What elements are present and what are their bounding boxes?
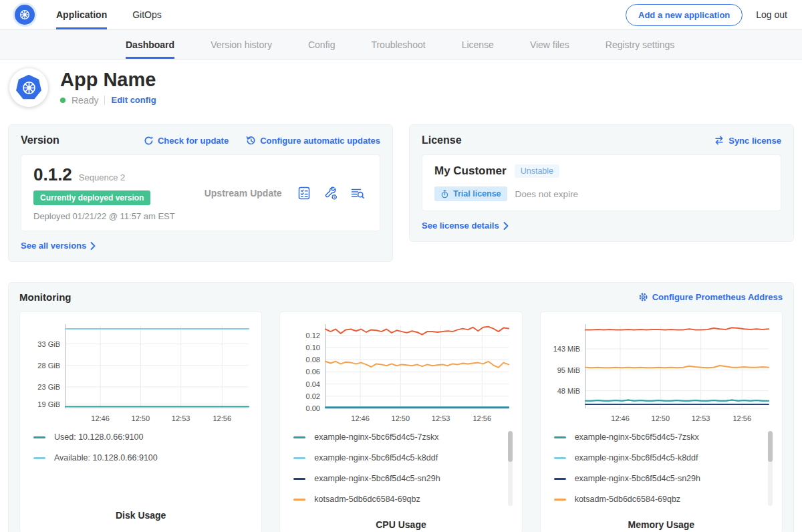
monitoring-card: Monitoring Configure Prometheus Address … (8, 282, 794, 532)
configure-automatic-updates-link[interactable]: Configure automatic updates (246, 136, 380, 146)
sync-arrows-icon (714, 136, 724, 145)
subnav-tab-config[interactable]: Config (308, 30, 335, 59)
legend-swatch (293, 457, 305, 459)
monitoring-title: Monitoring (19, 291, 71, 303)
subnav-tab-troubleshoot[interactable]: Troubleshoot (371, 30, 425, 59)
legend-item: kotsadm-5db6dc6584-69qbz (554, 495, 763, 504)
kubernetes-heptagon-icon (15, 74, 43, 102)
current-version-box: 0.1.2 Sequence 2 Currently deployed vers… (21, 154, 380, 231)
subnav-tab-registry-settings[interactable]: Registry settings (606, 30, 674, 59)
legend-scrollbar[interactable] (508, 431, 513, 506)
status-dot (60, 98, 65, 103)
disk-usage-legend: Used: 10.128.0.66:9100Available: 10.128.… (29, 426, 252, 506)
status-badge: Ready (72, 95, 98, 106)
version-card-actions: Check for update Configure automatic upd… (144, 136, 380, 146)
legend-swatch (293, 436, 305, 438)
navbar-right: Add a new application Log out (626, 0, 787, 29)
legend-swatch (293, 478, 305, 480)
see-license-details-link[interactable]: See license details (422, 221, 509, 231)
helm-wheel-icon (20, 79, 38, 97)
release-notes-icon[interactable] (297, 186, 311, 201)
svg-text:12:56: 12:56 (733, 414, 752, 422)
page-title: App Name (60, 70, 156, 91)
app-subnav: Dashboard Version history Config Trouble… (0, 30, 802, 59)
disk-usage-plot: 12:4612:5012:5312:5619 GiB23 GiB28 GiB33… (29, 320, 252, 426)
svg-text:0.10: 0.10 (306, 344, 320, 352)
svg-text:19 GiB: 19 GiB (37, 400, 60, 408)
legend-scrollbar-thumb[interactable] (768, 431, 773, 462)
legend-label: Used: 10.128.0.66:9100 (54, 432, 143, 442)
svg-text:12:53: 12:53 (172, 414, 190, 422)
logout-link[interactable]: Log out (756, 9, 787, 20)
config-wrench-icon[interactable] (323, 186, 338, 201)
edit-config-link[interactable]: Edit config (111, 95, 156, 105)
svg-text:48 MiB: 48 MiB (557, 387, 580, 395)
kubernetes-logo-wrap (15, 0, 35, 29)
svg-text:95 MiB: 95 MiB (557, 366, 580, 374)
status-row: Ready Edit config (60, 95, 156, 106)
chevron-right-icon (90, 242, 96, 250)
trial-license-badge: Trial license (434, 186, 507, 201)
add-application-button[interactable]: Add a new application (626, 4, 743, 26)
svg-text:12:46: 12:46 (91, 414, 110, 422)
legend-item: example-nginx-5bc6f5d4c5-sn29h (293, 474, 503, 483)
legend-swatch (554, 457, 566, 459)
legend-label: example-nginx-5bc6f5d4c5-sn29h (575, 474, 700, 483)
version-number: 0.1.2 (33, 164, 72, 185)
deployed-timestamp: Deployed 01/21/22 @ 11:57 am EST (33, 211, 175, 221)
subnav-tab-view-files[interactable]: View files (530, 30, 569, 59)
app-header-text: App Name Ready Edit config (60, 68, 156, 106)
svg-text:12:50: 12:50 (652, 414, 670, 422)
legend-item: kotsadm-5db6dc6584-69qbz (293, 495, 503, 504)
version-sequence: Sequence 2 (79, 172, 125, 182)
version-action-icons (297, 186, 368, 201)
top-navbar: Application GitOps Add a new application… (0, 0, 802, 30)
version-card: Version Check for update Configure au (8, 124, 393, 262)
legend-item: example-nginx-5bc6f5d4c5-7zskx (554, 432, 763, 442)
series-line (585, 327, 769, 329)
svg-text:33 GiB: 33 GiB (37, 340, 60, 348)
customer-name: My Customer (434, 164, 507, 178)
subnav-tab-dashboard[interactable]: Dashboard (126, 30, 174, 59)
legend-swatch (33, 436, 45, 438)
see-all-versions-link[interactable]: See all versions (21, 241, 96, 251)
line-chart: 12:4612:5012:5312:5619 GiB23 GiB28 GiB33… (31, 320, 251, 426)
legend-scrollbar-thumb[interactable] (508, 431, 513, 462)
kubernetes-logo-icon[interactable] (15, 5, 35, 25)
license-card-title: License (422, 134, 462, 146)
helm-wheel-icon (18, 8, 31, 21)
legend-item: example-nginx-5bc6f5d4c5-k8ddf (293, 453, 503, 462)
configure-prometheus-link[interactable]: Configure Prometheus Address (638, 292, 783, 302)
svg-text:12:50: 12:50 (392, 414, 410, 422)
svg-text:12:56: 12:56 (213, 414, 231, 422)
svg-text:12:46: 12:46 (351, 414, 370, 422)
svg-text:143 MiB: 143 MiB (553, 345, 580, 353)
legend-item: example-nginx-5bc6f5d4c5-k8ddf (554, 453, 763, 462)
legend-label: example-nginx-5bc6f5d4c5-7zskx (314, 432, 438, 442)
check-for-update-link[interactable]: Check for update (144, 136, 229, 146)
sync-license-link[interactable]: Sync license (714, 136, 781, 146)
svg-text:0.08: 0.08 (306, 356, 320, 364)
cpu-usage-legend: example-nginx-5bc6f5d4c5-7zskxexample-ng… (289, 426, 512, 515)
subnav-tab-license[interactable]: License (462, 30, 494, 59)
disk-usage-chart-card: 12:4612:5012:5312:5619 GiB23 GiB28 GiB33… (19, 311, 262, 532)
deployed-version-badge: Currently deployed version (33, 190, 150, 205)
legend-swatch (554, 499, 566, 501)
legend-label: example-nginx-5bc6f5d4c5-k8ddf (314, 453, 438, 462)
license-card: License Sync license My Customer Unstabl… (409, 124, 794, 242)
legend-label: Available: 10.128.0.66:9100 (54, 453, 158, 462)
legend-scrollbar[interactable] (768, 431, 773, 506)
app-icon (9, 68, 48, 107)
deploy-logs-icon[interactable] (350, 186, 365, 201)
subnav-tab-version-history[interactable]: Version history (211, 30, 272, 59)
nav-tab-application[interactable]: Application (56, 0, 107, 29)
license-expiry: Does not expire (515, 189, 579, 199)
nav-tab-gitops[interactable]: GitOps (132, 0, 162, 29)
memory-usage-legend: example-nginx-5bc6f5d4c5-7zskxexample-ng… (550, 426, 773, 515)
svg-text:28 GiB: 28 GiB (37, 362, 60, 370)
svg-text:12:53: 12:53 (432, 414, 450, 422)
svg-text:23 GiB: 23 GiB (37, 383, 60, 391)
charts-row: 12:4612:5012:5312:5619 GiB23 GiB28 GiB33… (19, 311, 783, 532)
app-header: App Name Ready Edit config (0, 59, 802, 119)
legend-label: kotsadm-5db6dc6584-69qbz (314, 495, 420, 504)
